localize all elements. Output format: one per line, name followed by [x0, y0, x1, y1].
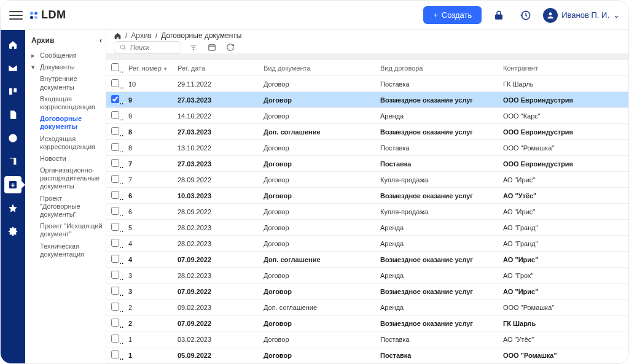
row-checkbox[interactable] [111, 287, 119, 295]
tree-node[interactable]: Техническая документация [40, 241, 106, 260]
tree-node[interactable]: Входящая корреспонденция [40, 93, 106, 113]
cell: Доп. соглашение [259, 252, 375, 268]
table-row[interactable]: 813.10.2022ДоговорПоставкаООО "Ромашка" [106, 140, 628, 156]
row-checkbox[interactable] [111, 335, 119, 343]
cell: АО "Утёс" [498, 188, 628, 204]
tree-node[interactable]: Договорные документы [40, 113, 106, 133]
tree-label: Входящая корреспонденция [40, 95, 103, 111]
table-row[interactable]: 727.03.2023ДоговорПоставкаООО Евроиндуст… [106, 156, 628, 172]
cell: 6 [123, 204, 173, 220]
collapse-sidebar-icon[interactable]: ‹ [100, 36, 102, 45]
table-row[interactable]: 407.09.2022Доп. соглашениеВозмездное ока… [106, 252, 628, 268]
cell: Поставка [375, 140, 498, 156]
filter-icon[interactable] [187, 41, 200, 53]
table-row[interactable]: 103.02.2023ДоговорПоставкаАО "Утёс" [106, 331, 628, 347]
cell: Договор [259, 316, 375, 331]
calendar-icon[interactable] [206, 41, 218, 53]
nav-chart-icon[interactable] [4, 130, 21, 147]
avatar-icon [543, 8, 558, 23]
row-checkbox[interactable] [111, 271, 119, 279]
cell: 3 [123, 268, 173, 284]
create-label: Создать [442, 10, 472, 20]
nav-board-icon[interactable] [4, 83, 21, 100]
row-checkbox[interactable] [111, 223, 119, 231]
select-all-checkbox[interactable] [111, 63, 119, 71]
tree-node[interactable]: Проект "Исходящий документ" [40, 220, 106, 240]
tree-node-messages[interactable]: ▸ Сообщения [31, 50, 106, 61]
cell: 5 [123, 220, 173, 236]
cell: Купля-продажа [375, 204, 498, 220]
search-icon [119, 44, 127, 51]
col-counterparty[interactable]: Контрагент [498, 60, 628, 76]
user-menu[interactable]: Иванов П. И. ⌄ [543, 8, 620, 23]
lock-icon[interactable] [489, 6, 509, 25]
search-input[interactable] [114, 41, 181, 53]
nav-settings-icon[interactable] [4, 223, 21, 240]
col-contract-type[interactable]: Вид договора [375, 60, 498, 76]
row-checkbox[interactable] [111, 95, 119, 103]
row-checkbox[interactable] [111, 350, 119, 358]
row-checkbox[interactable] [111, 111, 119, 119]
tree-node[interactable]: Организационно-распорядительные документ… [40, 165, 106, 193]
cell: Поставка [375, 76, 498, 92]
cell: 2 [123, 316, 173, 331]
row-checkbox[interactable] [111, 303, 119, 311]
row-checkbox[interactable] [111, 239, 119, 247]
cell: 13.10.2022 [173, 140, 259, 156]
breadcrumb-archive[interactable]: Архив [131, 31, 152, 40]
row-checkbox[interactable] [111, 175, 119, 183]
col-doc-type[interactable]: Вид документа [259, 60, 375, 76]
nav-star-icon[interactable] [4, 199, 21, 217]
table-row[interactable]: 209.02.2023Доп. соглашениеАрендаООО "Ром… [106, 300, 628, 316]
tree-node[interactable]: Исходящая корреспонденция [40, 133, 106, 153]
search-field[interactable] [130, 44, 173, 51]
table-row[interactable]: 105.09.2022ДоговорПоставкаООО "Ромашка" [106, 347, 628, 363]
table-row[interactable]: 307.09.2022ДоговорВозмездное оказание ус… [106, 284, 628, 300]
table-row[interactable]: 927.03.2023ДоговорВозмездное оказание ус… [106, 92, 628, 108]
tree-node[interactable]: Новости [40, 153, 106, 165]
row-checkbox[interactable] [111, 127, 119, 135]
table-row[interactable]: 610.03.2023ДоговорВозмездное оказание ус… [106, 188, 628, 204]
nav-doc-icon[interactable] [4, 106, 21, 123]
nav-home-icon[interactable] [4, 36, 21, 53]
row-checkbox[interactable] [111, 207, 119, 215]
row-checkbox[interactable] [111, 159, 119, 167]
tree-node-documents[interactable]: ▾ Документы [31, 61, 106, 73]
table-row[interactable]: 1029.11.2022ДоговорПоставкаГК Шарль [106, 76, 628, 92]
col-reg-number[interactable]: Рег. номер▾ [123, 60, 173, 76]
row-checkbox[interactable] [111, 79, 119, 87]
col-reg-date[interactable]: Рег. дата [173, 60, 259, 76]
table-row[interactable]: 528.02.2023ДоговорАрендаАО "Гранд" [106, 220, 628, 236]
tree-node[interactable]: Внутренние документы [40, 73, 106, 93]
table-row[interactable]: 207.09.2022ДоговорВозмездное оказание ус… [106, 316, 628, 331]
table-row[interactable]: 428.02.2023ДоговорАрендаАО "Гранд" [106, 236, 628, 252]
nav-mail-icon[interactable] [4, 60, 21, 77]
row-checkbox[interactable] [111, 143, 119, 151]
tree-node[interactable]: Проект "Договорные документы" [40, 193, 106, 221]
cell: 27.03.2023 [173, 124, 259, 140]
cell: Возмездное оказание услуг [375, 252, 498, 268]
history-icon[interactable] [516, 6, 536, 25]
cell: ООО "Карс" [498, 108, 628, 124]
cell: 27.03.2023 [173, 92, 259, 108]
cell: 9 [123, 92, 173, 108]
cell: Договор [259, 108, 375, 124]
cell: 05.09.2022 [173, 347, 259, 363]
nav-book-icon[interactable] [4, 153, 21, 170]
refresh-icon[interactable] [224, 41, 236, 53]
tree-label: Организационно-распорядительные документ… [40, 166, 103, 191]
table-row[interactable]: 328.02.2023ДоговорАрендаАО "Грох" [106, 268, 628, 284]
cell: АО "Ирис" [498, 172, 628, 188]
menu-toggle[interactable] [9, 9, 23, 22]
create-button[interactable]: + Создать [423, 6, 482, 24]
breadcrumb-home-icon[interactable] [114, 32, 122, 40]
table-row[interactable]: 628.09.2022ДоговорКупля-продажаАО "Ирис" [106, 204, 628, 220]
row-checkbox[interactable] [111, 319, 119, 327]
nav-archive-icon[interactable] [4, 176, 21, 193]
row-checkbox[interactable] [111, 255, 119, 263]
table-row[interactable]: 914.10.2022ДоговорАрендаООО "Карс" [106, 108, 628, 124]
table-row[interactable]: 728.09.2022ДоговорКупля-продажаАО "Ирис" [106, 172, 628, 188]
tree-label: Договорные документы [40, 115, 103, 131]
row-checkbox[interactable] [111, 191, 119, 199]
table-row[interactable]: 827.03.2023Доп. соглашениеВозмездное ока… [106, 124, 628, 140]
